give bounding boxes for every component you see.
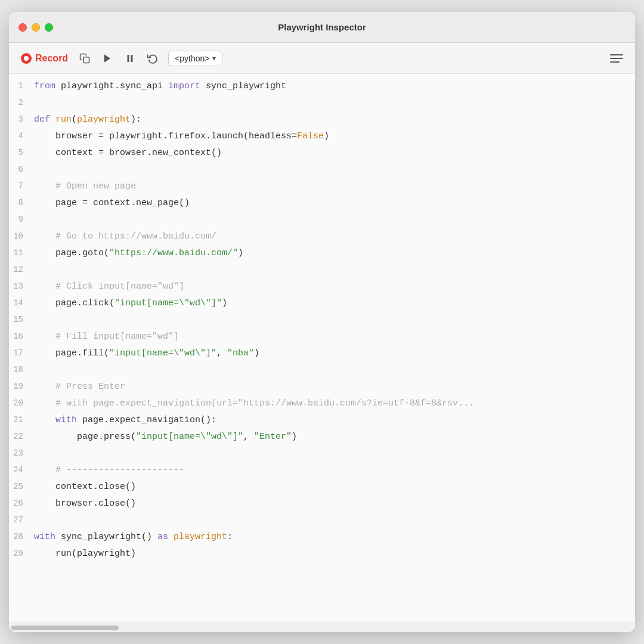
code-line: 27 [9,513,635,530]
copy-button[interactable] [75,49,94,68]
line-content: with sync_playwright() as playwright: [34,530,635,545]
line-number: 16 [9,330,34,344]
line-content [34,95,635,111]
line-number: 5 [9,146,34,160]
scrollbar-thumb[interactable] [11,626,119,630]
line-content: # Press Enter [34,379,635,395]
code-line: 16 # Fill input[name="wd"] [9,329,635,346]
line-number: 11 [9,246,34,261]
line-content [34,363,635,378]
chevron-down-icon: ▾ [212,54,216,63]
code-line: 20 # with page.expect_navigation(url="ht… [9,396,635,413]
line-number: 14 [9,296,34,311]
language-selector[interactable]: <python> ▾ [168,51,222,66]
pause-button[interactable] [120,49,140,68]
record-button[interactable]: Record [17,51,72,66]
svg-rect-0 [83,57,89,63]
line-content [34,212,635,228]
menu-line-3 [610,61,620,63]
minimize-button[interactable] [32,23,40,32]
svg-marker-1 [104,54,111,63]
svg-rect-2 [128,55,129,62]
code-line: 13 # Click input[name="wd"] [9,279,635,296]
code-line: 2 [9,95,635,112]
code-editor[interactable]: 1from playwright.sync_api import sync_pl… [9,74,635,623]
line-content: run(playwright) [34,546,635,562]
code-line: 29 run(playwright) [9,546,635,563]
line-number: 20 [9,397,34,411]
record-icon [21,53,32,64]
code-line: 11 page.goto("https://www.baidu.com/") [9,246,635,262]
line-number: 6 [9,163,34,177]
window-title: Playwright Inspector [278,22,366,32]
code-line: 4 browser = playwright.firefox.launch(he… [9,129,635,145]
play-button[interactable] [98,49,117,68]
code-line: 12 [9,262,635,279]
code-line: 10 # Go to https://www.baidu.com/ [9,229,635,246]
line-content: page.click("input[name=\"wd\"]") [34,296,635,311]
line-content: page.press("input[name=\"wd\"]", "Enter"… [34,429,635,445]
line-number: 22 [9,430,34,444]
line-content: from playwright.sync_api import sync_pla… [34,79,635,94]
line-content: # Fill input[name="wd"] [34,329,635,345]
line-content: page.goto("https://www.baidu.com/") [34,246,635,261]
line-number: 23 [9,447,34,461]
line-content: # Open new page [34,179,635,194]
record-dot [24,56,29,61]
line-content: page.fill("input[name=\"wd\"]", "nba") [34,346,635,361]
menu-line-1 [610,54,623,55]
line-number: 1 [9,79,34,94]
code-line: 14 page.click("input[name=\"wd\"]") [9,296,635,312]
line-content: def run(playwright): [34,112,635,128]
line-number: 18 [9,363,34,377]
line-content [34,513,635,528]
code-line: 5 context = browser.new_context() [9,145,635,162]
line-content: # Click input[name="wd"] [34,279,635,295]
line-number: 19 [9,380,34,394]
line-number: 25 [9,480,34,494]
line-number: 2 [9,96,34,110]
line-number: 7 [9,179,34,194]
line-content: context.close() [34,479,635,495]
line-number: 24 [9,463,34,478]
code-line: 6 [9,162,635,179]
line-number: 15 [9,313,34,327]
line-number: 28 [9,530,34,544]
line-content: # ---------------------- [34,463,635,478]
line-number: 27 [9,513,34,528]
line-number: 29 [9,547,34,561]
menu-line-2 [610,58,623,59]
code-line: 17 page.fill("input[name=\"wd\"]", "nba"… [9,346,635,363]
code-line: 15 [9,312,635,329]
code-line: 26 browser.close() [9,496,635,513]
line-number: 10 [9,230,34,244]
line-number: 21 [9,413,34,428]
code-line: 19 # Press Enter [9,379,635,396]
language-value: <python> [175,54,209,63]
line-content: # with page.expect_navigation(url="https… [34,396,635,411]
code-line: 21 with page.expect_navigation(): [9,413,635,429]
line-content [34,312,635,328]
close-button[interactable] [18,23,27,32]
titlebar: Playwright Inspector [9,12,635,43]
maximize-button[interactable] [45,23,53,32]
line-number: 26 [9,497,34,511]
code-line: 18 [9,363,635,379]
playwright-inspector-window: Playwright Inspector Record [9,12,635,632]
scrollbar-area [9,623,635,632]
step-button[interactable] [143,49,162,68]
code-line: 9 [9,212,635,229]
code-line: 3def run(playwright): [9,112,635,129]
line-number: 8 [9,196,34,210]
code-line: 23 [9,446,635,463]
code-line: 8 page = context.new_page() [9,196,635,212]
traffic-lights [18,23,53,32]
menu-button[interactable] [606,51,627,66]
code-line: 22 page.press("input[name=\"wd\"]", "Ent… [9,429,635,446]
line-content: browser = playwright.firefox.launch(head… [34,129,635,144]
line-number: 17 [9,346,34,361]
line-content: browser.close() [34,496,635,512]
record-label: Record [35,53,68,64]
line-content: # Go to https://www.baidu.com/ [34,229,635,244]
line-content: with page.expect_navigation(): [34,413,635,428]
